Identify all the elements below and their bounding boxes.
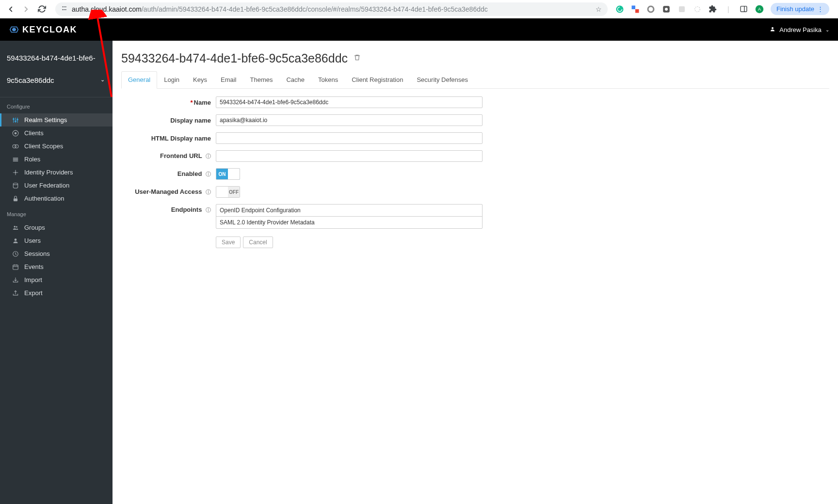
help-icon[interactable]: ⓘ (206, 207, 211, 213)
sidebar-item-sessions[interactable]: Sessions (0, 247, 113, 260)
svg-point-30 (15, 172, 16, 173)
sidebar-item-groups[interactable]: Groups (0, 221, 113, 234)
user-name: Andrew Pasika (779, 26, 822, 33)
lock-icon (12, 195, 19, 202)
display-name-input[interactable] (216, 114, 483, 126)
sidebar-item-label: Sessions (24, 250, 50, 257)
form-group-html-display-name: HTML Display name (121, 132, 829, 144)
realm-name-line2: 9c5ca3e86ddc (7, 75, 106, 86)
sidebar-item-events[interactable]: Events (0, 260, 113, 273)
sidebar-item-label: User Federation (24, 182, 69, 189)
scopes-icon (12, 143, 19, 150)
url-domain: autha.cloud.kaaiot.com (72, 5, 142, 13)
sidebar-item-users[interactable]: Users (0, 234, 113, 247)
svg-rect-3 (631, 5, 635, 9)
site-info-icon[interactable] (61, 5, 68, 13)
tab-keys[interactable]: Keys (186, 71, 214, 88)
help-icon[interactable]: ⓘ (206, 153, 211, 159)
forward-button[interactable] (20, 3, 32, 15)
svg-point-9 (695, 6, 700, 12)
address-bar[interactable]: autha.cloud.kaaiot.com/auth/admin/594332… (55, 2, 608, 16)
endpoint-saml[interactable]: SAML 2.0 Identity Provider Metadata (216, 217, 482, 228)
sidebar-item-authentication[interactable]: Authentication (0, 192, 113, 205)
tab-cache[interactable]: Cache (279, 71, 311, 88)
label-endpoints: Endpoints ⓘ (121, 204, 216, 214)
tab-client-registration[interactable]: Client Registration (345, 71, 410, 88)
name-input[interactable] (216, 96, 483, 108)
sidebar-item-label: Realm Settings (24, 116, 67, 124)
identity-icon (12, 169, 19, 176)
svg-rect-4 (635, 9, 639, 13)
tab-email[interactable]: Email (214, 71, 243, 88)
form-actions: Save Cancel (121, 236, 829, 248)
logo[interactable]: KEYCLOAK (9, 24, 77, 35)
page-title: 59433264-b474-4de1-bfe6-9c5ca3e86ddc (121, 51, 829, 65)
ext-icon-circle[interactable] (646, 5, 655, 14)
bookmark-star-icon[interactable]: ☆ (596, 5, 602, 13)
sidebar-item-label: Roles (24, 156, 40, 163)
tab-tokens[interactable]: Tokens (311, 71, 345, 88)
trash-icon[interactable] (354, 54, 361, 63)
form-group-display-name: Display name (121, 114, 829, 126)
sidebar-item-realm-settings[interactable]: Realm Settings (0, 113, 113, 126)
svg-point-24 (15, 132, 17, 134)
tab-security-defenses[interactable]: Security Defenses (410, 71, 475, 88)
federation-icon (12, 182, 19, 189)
logo-text: KEYCLOAK (22, 25, 77, 35)
svg-rect-27 (13, 158, 18, 158)
import-icon (12, 277, 19, 284)
ext-icon-gray1[interactable] (677, 5, 686, 14)
extensions-puzzle-icon[interactable] (709, 5, 717, 14)
svg-rect-28 (13, 159, 18, 160)
form-group-enabled: Enabled ⓘ ON (121, 168, 829, 180)
user-icon (770, 26, 775, 33)
frontend-url-input[interactable] (216, 150, 483, 162)
svg-rect-8 (679, 6, 685, 12)
sidebar-item-user-federation[interactable]: User Federation (0, 179, 113, 192)
form-group-endpoints: Endpoints ⓘ OpenID Endpoint Configuratio… (121, 204, 829, 229)
cancel-button[interactable]: Cancel (243, 236, 273, 248)
chevron-down-icon: ⌄ (100, 76, 105, 84)
sidebar-item-label: Import (24, 276, 42, 284)
sidebar-item-identity-providers[interactable]: Identity Providers (0, 166, 113, 179)
ext-icon-gray2[interactable] (693, 5, 702, 14)
tabs: General Login Keys Email Themes Cache To… (121, 71, 829, 89)
svg-point-34 (16, 226, 17, 227)
tab-login[interactable]: Login (157, 71, 186, 88)
tab-general[interactable]: General (121, 71, 157, 89)
html-display-name-input[interactable] (216, 132, 483, 144)
sidebar-section-configure: Configure (0, 97, 113, 113)
help-icon[interactable]: ⓘ (206, 189, 211, 195)
svg-rect-10 (741, 6, 747, 12)
finish-update-button[interactable]: Finish update ⋮ (771, 3, 829, 15)
tab-themes[interactable]: Themes (243, 71, 279, 88)
save-button[interactable]: Save (216, 236, 241, 248)
sidebar-item-import[interactable]: Import (0, 273, 113, 286)
profile-avatar[interactable]: A (755, 5, 764, 14)
reload-button[interactable] (36, 3, 48, 15)
user-menu[interactable]: Andrew Pasika ⌄ (770, 26, 829, 33)
enabled-toggle[interactable]: ON (216, 168, 240, 180)
sidebar-section-manage: Manage (0, 205, 113, 221)
sidebar-item-roles[interactable]: Roles (0, 153, 113, 166)
browser-bar: autha.cloud.kaaiot.com/auth/admin/594332… (0, 0, 838, 18)
export-icon (12, 290, 19, 297)
sidebar-item-client-scopes[interactable]: Client Scopes (0, 140, 113, 153)
user-managed-access-toggle[interactable]: OFF (216, 186, 240, 198)
back-button[interactable] (5, 3, 16, 15)
ext-icon-translate[interactable] (631, 5, 640, 14)
svg-marker-15 (12, 28, 16, 32)
realm-selector[interactable]: 59433264-b474-4de1-bfe6- 9c5ca3e86ddc ⌄ (0, 41, 113, 97)
panel-toggle-icon[interactable] (740, 5, 748, 14)
endpoint-openid[interactable]: OpenID Endpoint Configuration (216, 205, 482, 217)
ext-icon-app[interactable] (662, 5, 671, 14)
sidebar-item-clients[interactable]: Clients (0, 126, 113, 140)
help-icon[interactable]: ⓘ (206, 171, 211, 177)
sidebar-item-export[interactable]: Export (0, 286, 113, 299)
svg-point-0 (62, 6, 63, 7)
svg-point-1 (62, 9, 63, 10)
svg-point-5 (648, 6, 654, 12)
content: 59433264-b474-4de1-bfe6-9c5ca3e86ddc Gen… (113, 41, 838, 504)
ext-icon-grammarly[interactable] (615, 5, 624, 14)
sidebar-item-label: Clients (24, 129, 44, 137)
